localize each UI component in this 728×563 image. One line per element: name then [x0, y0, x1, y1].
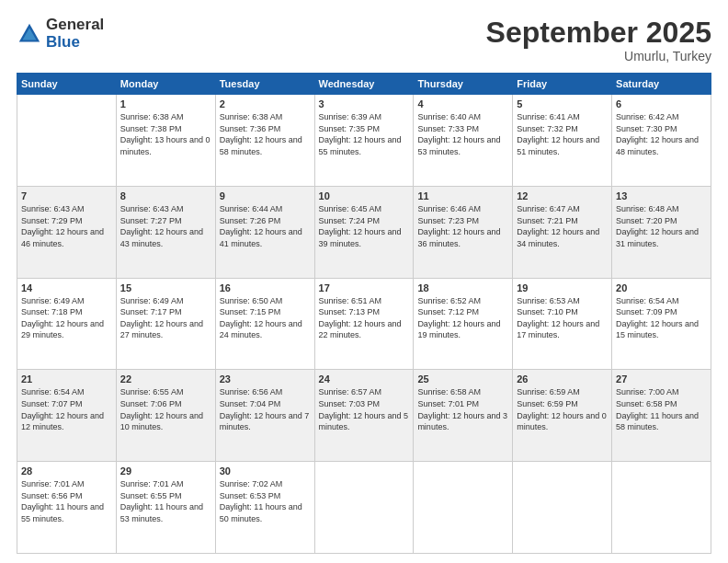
- month-title: September 2025: [486, 17, 711, 49]
- day-number: 27: [616, 373, 707, 385]
- header: General Blue September 2025 Umurlu, Turk…: [17, 17, 711, 63]
- day-number: 1: [120, 98, 211, 109]
- day-info: Sunrise: 6:42 AMSunset: 7:30 PMDaylight:…: [616, 111, 707, 157]
- header-saturday: Saturday: [612, 74, 711, 95]
- day-info: Sunrise: 6:54 AMSunset: 7:09 PMDaylight:…: [616, 295, 707, 341]
- day-number: 3: [319, 98, 410, 109]
- day-number: 30: [220, 465, 311, 477]
- table-row: 30Sunrise: 7:02 AMSunset: 6:53 PMDayligh…: [215, 462, 314, 554]
- day-number: 8: [120, 190, 211, 201]
- day-number: 16: [220, 282, 311, 293]
- day-number: 17: [319, 282, 410, 293]
- day-info: Sunrise: 6:43 AMSunset: 7:27 PMDaylight:…: [120, 203, 211, 249]
- day-number: 11: [417, 190, 508, 201]
- table-row: [17, 95, 117, 187]
- day-info: Sunrise: 6:40 AMSunset: 7:33 PMDaylight:…: [417, 111, 508, 157]
- day-number: 6: [616, 98, 707, 109]
- day-number: 26: [517, 373, 608, 385]
- day-info: Sunrise: 6:56 AMSunset: 7:04 PMDaylight:…: [220, 386, 311, 432]
- table-row: 22Sunrise: 6:55 AMSunset: 7:06 PMDayligh…: [116, 370, 215, 462]
- day-info: Sunrise: 6:51 AMSunset: 7:13 PMDaylight:…: [319, 295, 410, 341]
- day-info: Sunrise: 7:01 AMSunset: 6:55 PMDaylight:…: [120, 478, 211, 524]
- table-row: 16Sunrise: 6:50 AMSunset: 7:15 PMDayligh…: [215, 278, 314, 370]
- logo-icon: [17, 21, 42, 47]
- day-number: 25: [417, 373, 508, 385]
- header-wednesday: Wednesday: [314, 74, 414, 95]
- day-info: Sunrise: 6:52 AMSunset: 7:12 PMDaylight:…: [417, 295, 508, 341]
- header-monday: Monday: [116, 74, 215, 95]
- day-info: Sunrise: 6:55 AMSunset: 7:06 PMDaylight:…: [120, 386, 211, 432]
- table-row: 27Sunrise: 7:00 AMSunset: 6:58 PMDayligh…: [612, 370, 711, 462]
- day-number: 19: [517, 282, 608, 293]
- day-number: 20: [616, 282, 707, 293]
- table-row: 20Sunrise: 6:54 AMSunset: 7:09 PMDayligh…: [612, 278, 711, 370]
- table-row: [414, 462, 513, 554]
- calendar-week-row: 1Sunrise: 6:38 AMSunset: 7:38 PMDaylight…: [17, 95, 711, 187]
- day-info: Sunrise: 6:44 AMSunset: 7:26 PMDaylight:…: [220, 203, 311, 249]
- logo: General Blue: [17, 17, 104, 51]
- table-row: 9Sunrise: 6:44 AMSunset: 7:26 PMDaylight…: [215, 186, 314, 278]
- header-sunday: Sunday: [17, 74, 117, 95]
- day-info: Sunrise: 6:53 AMSunset: 7:10 PMDaylight:…: [517, 295, 608, 341]
- table-row: 23Sunrise: 6:56 AMSunset: 7:04 PMDayligh…: [215, 370, 314, 462]
- day-number: 4: [417, 98, 508, 109]
- header-thursday: Thursday: [414, 74, 513, 95]
- day-info: Sunrise: 6:45 AMSunset: 7:24 PMDaylight:…: [319, 203, 410, 249]
- table-row: 3Sunrise: 6:39 AMSunset: 7:35 PMDaylight…: [314, 95, 414, 187]
- table-row: 8Sunrise: 6:43 AMSunset: 7:27 PMDaylight…: [116, 186, 215, 278]
- calendar-week-row: 28Sunrise: 7:01 AMSunset: 6:56 PMDayligh…: [17, 462, 711, 554]
- day-info: Sunrise: 6:39 AMSunset: 7:35 PMDaylight:…: [319, 111, 410, 157]
- table-row: 10Sunrise: 6:45 AMSunset: 7:24 PMDayligh…: [314, 186, 414, 278]
- day-info: Sunrise: 6:47 AMSunset: 7:21 PMDaylight:…: [517, 203, 608, 249]
- table-row: 18Sunrise: 6:52 AMSunset: 7:12 PMDayligh…: [414, 278, 513, 370]
- day-number: 21: [21, 373, 112, 385]
- calendar-week-row: 7Sunrise: 6:43 AMSunset: 7:29 PMDaylight…: [17, 186, 711, 278]
- day-number: 5: [517, 98, 608, 109]
- day-info: Sunrise: 6:50 AMSunset: 7:15 PMDaylight:…: [220, 295, 311, 341]
- day-info: Sunrise: 6:54 AMSunset: 7:07 PMDaylight:…: [21, 386, 112, 432]
- day-number: 24: [319, 373, 410, 385]
- calendar-table: Sunday Monday Tuesday Wednesday Thursday…: [17, 73, 711, 554]
- day-number: 14: [21, 282, 112, 293]
- day-number: 9: [220, 190, 311, 201]
- day-info: Sunrise: 6:58 AMSunset: 7:01 PMDaylight:…: [417, 386, 508, 432]
- table-row: 6Sunrise: 6:42 AMSunset: 7:30 PMDaylight…: [612, 95, 711, 187]
- logo-text: General Blue: [46, 17, 104, 51]
- day-info: Sunrise: 6:41 AMSunset: 7:32 PMDaylight:…: [517, 111, 608, 157]
- day-info: Sunrise: 6:49 AMSunset: 7:18 PMDaylight:…: [21, 295, 112, 341]
- table-row: 4Sunrise: 6:40 AMSunset: 7:33 PMDaylight…: [414, 95, 513, 187]
- location-subtitle: Umurlu, Turkey: [486, 49, 711, 63]
- day-info: Sunrise: 7:02 AMSunset: 6:53 PMDaylight:…: [220, 478, 311, 524]
- table-row: 12Sunrise: 6:47 AMSunset: 7:21 PMDayligh…: [513, 186, 612, 278]
- day-number: 22: [120, 373, 211, 385]
- header-friday: Friday: [513, 74, 612, 95]
- day-number: 10: [319, 190, 410, 201]
- day-number: 13: [616, 190, 707, 201]
- day-number: 12: [517, 190, 608, 201]
- day-info: Sunrise: 6:38 AMSunset: 7:38 PMDaylight:…: [120, 111, 211, 157]
- day-info: Sunrise: 6:38 AMSunset: 7:36 PMDaylight:…: [220, 111, 311, 157]
- table-row: 19Sunrise: 6:53 AMSunset: 7:10 PMDayligh…: [513, 278, 612, 370]
- day-info: Sunrise: 6:59 AMSunset: 6:59 PMDaylight:…: [517, 386, 608, 432]
- table-row: 2Sunrise: 6:38 AMSunset: 7:36 PMDaylight…: [215, 95, 314, 187]
- table-row: 28Sunrise: 7:01 AMSunset: 6:56 PMDayligh…: [17, 462, 117, 554]
- day-info: Sunrise: 7:00 AMSunset: 6:58 PMDaylight:…: [616, 386, 707, 432]
- table-row: [513, 462, 612, 554]
- day-info: Sunrise: 6:57 AMSunset: 7:03 PMDaylight:…: [319, 386, 410, 432]
- day-info: Sunrise: 6:48 AMSunset: 7:20 PMDaylight:…: [616, 203, 707, 249]
- day-number: 18: [417, 282, 508, 293]
- day-number: 23: [220, 373, 311, 385]
- title-block: September 2025 Umurlu, Turkey: [486, 17, 711, 63]
- table-row: [612, 462, 711, 554]
- table-row: 21Sunrise: 6:54 AMSunset: 7:07 PMDayligh…: [17, 370, 117, 462]
- day-info: Sunrise: 6:46 AMSunset: 7:23 PMDaylight:…: [417, 203, 508, 249]
- table-row: 17Sunrise: 6:51 AMSunset: 7:13 PMDayligh…: [314, 278, 414, 370]
- day-number: 2: [220, 98, 311, 109]
- table-row: 5Sunrise: 6:41 AMSunset: 7:32 PMDaylight…: [513, 95, 612, 187]
- table-row: 14Sunrise: 6:49 AMSunset: 7:18 PMDayligh…: [17, 278, 117, 370]
- table-row: 25Sunrise: 6:58 AMSunset: 7:01 PMDayligh…: [414, 370, 513, 462]
- table-row: 24Sunrise: 6:57 AMSunset: 7:03 PMDayligh…: [314, 370, 414, 462]
- day-info: Sunrise: 6:49 AMSunset: 7:17 PMDaylight:…: [120, 295, 211, 341]
- calendar-week-row: 21Sunrise: 6:54 AMSunset: 7:07 PMDayligh…: [17, 370, 711, 462]
- day-number: 29: [120, 465, 211, 477]
